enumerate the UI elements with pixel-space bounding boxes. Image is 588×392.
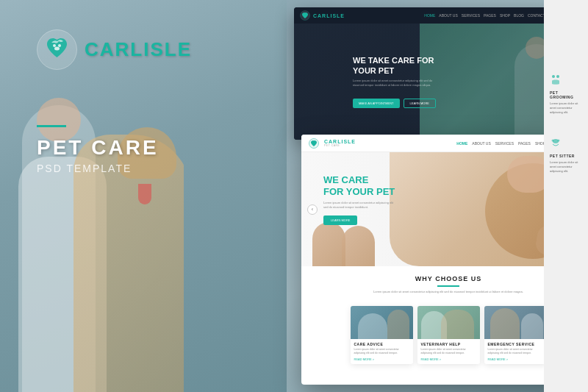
top-mockup-nav: CARLISLE HOME ABOUT US SERVICES PAGES SH… [294,7,573,24]
sitter-title: PET SITTER [550,154,582,158]
top-mockup-hero: WE TAKE CARE FOR YOUR PET Lorem ipsum do… [294,24,573,140]
card-care-advice: CARE ADVICE Lorem ipsum dolor sit amet c… [351,306,413,364]
sitter-icon [550,137,562,149]
card-1-img [351,306,413,339]
card-emergency: EMERGENCY SERVICE Lorem ipsum dolor sit … [484,306,547,364]
svg-point-7 [556,75,559,78]
logo-area: CARLISLE [37,29,192,70]
mockup-area: CARLISLE HOME ABOUT US SERVICES PAGES SH… [272,0,588,392]
top-nav-services[interactable]: SERVICES [462,13,480,18]
bottom-nav-logo: CARLISLE PET CARE [309,138,356,149]
grooming-text: Lorem ipsum dolor sit amet consectetur a… [550,101,582,115]
svg-point-1 [53,44,56,47]
card-1-content: CARE ADVICE Lorem ipsum dolor sit amet c… [351,339,413,364]
bottom-nav-brand: CARLISLE [324,139,356,144]
top-hero-text: WE TAKE CARE FOR YOUR PET Lorem ipsum do… [353,55,441,109]
top-nav-pages[interactable]: PAGES [484,13,496,18]
top-nav-logo-icon [300,10,310,21]
card-2-img [417,306,480,339]
bottom-nav-pages[interactable]: PAGES [518,141,531,146]
card-3-link[interactable]: READ MORE > [488,357,543,361]
hero-title-care: CARE [342,174,369,185]
accent-line [37,125,66,127]
bottom-nav-home[interactable]: HOME [456,141,467,146]
svg-point-9 [552,140,554,142]
why-choose-desc: Lorem ipsum dolor sit amet consectetur a… [368,290,529,294]
top-hero-learn-btn[interactable]: LEARN MORE [404,99,436,108]
card-2-link[interactable]: READ MORE > [421,357,476,361]
card-1-text: Lorem ipsum dolor sit amet consectetur a… [354,348,409,355]
svg-point-2 [58,44,61,47]
svg-point-6 [552,75,555,78]
pet-care-title: PET CARE [37,136,159,160]
logo-icon [37,29,77,70]
why-choose-accent [437,285,459,287]
card-2-content: VETERINARY HELP Lorem ipsum dolor sit am… [417,339,480,364]
bottom-hero-cta[interactable]: LEARN MORE [323,215,357,225]
top-nav-shop[interactable]: SHOP [500,13,510,18]
top-hero-appt-btn[interactable]: MAKE AN APPOINTMENT [353,99,400,108]
card-3-content: EMERGENCY SERVICE Lorem ipsum dolor sit … [484,339,547,364]
card-3-title: EMERGENCY SERVICE [488,342,543,346]
card-2-title: VETERINARY HELP [421,342,476,346]
bottom-nav-services[interactable]: SERVICES [495,141,514,146]
bottom-hero-text: WE CARE FOR YOUR PET Lorem ipsum dolor s… [323,174,397,225]
bottom-hero-prev-btn[interactable]: ‹ [307,204,318,215]
bottom-nav-about[interactable]: ABOUT US [472,141,490,146]
top-nav-blog[interactable]: BLOG [514,13,524,18]
right-sidebar: PET GROOMING Lorem ipsum dolor sit amet … [544,0,588,392]
pet-care-section: PET CARE PSD TEMPLATE [37,125,159,174]
top-mockup: CARLISLE HOME ABOUT US SERVICES PAGES SH… [294,7,573,140]
svg-point-10 [558,140,560,142]
svg-point-3 [54,47,60,51]
top-nav-home[interactable]: HOME [424,13,435,18]
card-3-text: Lorem ipsum dolor sit amet consectetur a… [488,348,543,355]
card-1-link[interactable]: READ MORE > [354,357,409,361]
sitter-text: Lorem ipsum dolor sit amet consectetur a… [550,160,582,174]
bottom-hero-desc: Lorem ipsum dolor sit amet consectetur a… [323,201,397,210]
hero-title-rest: FOR YOUR PET [323,186,395,197]
why-choose-title: WHY CHOOSE US [316,275,581,282]
card-vet-help: VETERINARY HELP Lorem ipsum dolor sit am… [417,306,480,364]
hero-title-we: WE [323,174,342,185]
svg-point-8 [553,139,559,143]
bottom-hero-title: WE CARE FOR YOUR PET [323,174,397,197]
top-nav-about[interactable]: ABOUT US [439,13,457,18]
grooming-icon [550,74,562,85]
card-1-title: CARE ADVICE [354,342,409,346]
top-hero-headline: WE TAKE CARE FOR YOUR PET [353,55,441,76]
card-2-text: Lorem ipsum dolor sit amet consectetur a… [421,348,476,355]
top-nav-brand: CARLISLE [313,13,345,18]
card-3-img [484,306,547,339]
bottom-logo-icon [309,138,319,149]
top-nav-logo: CARLISLE [300,10,345,21]
psd-template-label: PSD TEMPLATE [37,163,159,174]
grooming-title: PET GROOMING [550,90,582,99]
top-hero-desc: Lorem ipsum dolor sit amet consectetur a… [353,79,434,87]
brand-name: CARLISLE [85,38,192,61]
